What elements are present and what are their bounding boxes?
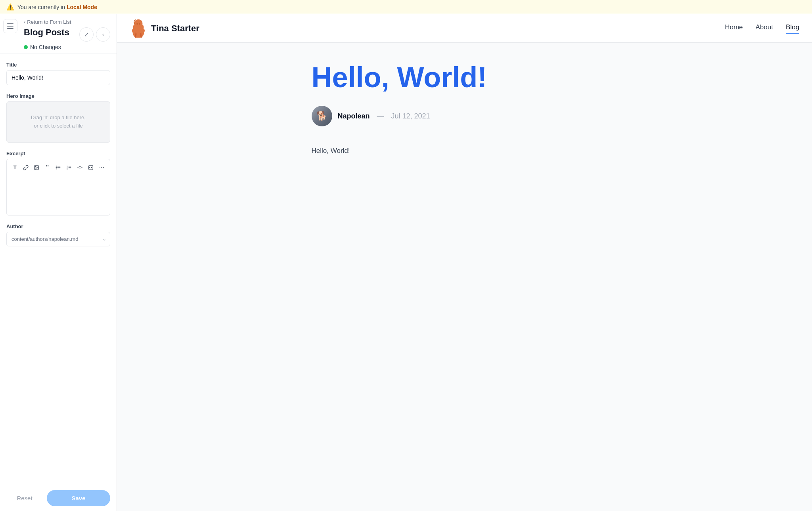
author-avatar: 🐕 [312, 106, 332, 126]
title-input[interactable] [6, 70, 110, 85]
excerpt-label: Excerpt [6, 151, 110, 156]
author-input-wrapper: ⌄ [6, 232, 110, 246]
preview-navbar: Tina Starter Home About Blog [117, 14, 812, 43]
form-content: Title Hero Image Drag 'n' drop a file he… [0, 54, 117, 485]
unordered-list-btn[interactable] [53, 162, 63, 174]
hero-image-field-group: Hero Image Drag 'n' drop a file here, or… [6, 93, 110, 143]
page-title: Blog Posts [24, 27, 69, 38]
status-row: No Changes [24, 44, 110, 50]
svg-point-7 [56, 169, 56, 169]
hamburger-button[interactable] [3, 19, 17, 33]
hamburger-line-1 [7, 23, 13, 24]
excerpt-editor[interactable] [6, 176, 110, 215]
header-icons: ⤢ ‹ [79, 27, 110, 42]
post-body: Hello, World! [312, 145, 618, 157]
author-field-group: Author ⌄ [6, 223, 110, 246]
title-field-group: Title [6, 62, 110, 85]
post-title: Hello, World! [312, 62, 618, 93]
svg-point-1 [35, 166, 36, 167]
warning-icon: ⚠️ [6, 3, 14, 11]
author-name: Napolean [338, 112, 370, 120]
site-title: Tina Starter [151, 23, 199, 34]
save-button[interactable]: Save [47, 490, 110, 506]
editor-bottom-bar: Reset Save [0, 485, 117, 511]
llama-logo-icon [130, 18, 147, 39]
nav-link-about[interactable]: About [756, 23, 773, 34]
back-to-form-list-link[interactable]: ‹ Return to Form List [24, 19, 110, 25]
ordered-list-btn[interactable]: 123 [64, 162, 74, 174]
author-label: Author [6, 223, 110, 229]
hero-image-label: Hero Image [6, 93, 110, 99]
collapse-panel-button[interactable]: ‹ [96, 27, 110, 42]
inline-code-btn[interactable]: <> [75, 162, 85, 174]
author-input[interactable] [6, 232, 110, 246]
left-editor-panel: ‹ Return to Form List Blog Posts ⤢ ‹ [0, 14, 117, 511]
svg-text:3: 3 [67, 168, 68, 170]
hamburger-line-2 [7, 26, 13, 27]
chevron-left-icon: ‹ [24, 19, 25, 25]
link-btn[interactable] [21, 162, 31, 174]
file-drop-text: Drag 'n' drop a file here, or click to s… [13, 114, 103, 130]
svg-point-16 [139, 23, 140, 25]
code-block-btn[interactable] [86, 162, 96, 174]
svg-point-15 [136, 23, 138, 25]
author-row: 🐕 Napolean — Jul 12, 2021 [312, 106, 618, 126]
nav-link-home[interactable]: Home [725, 23, 743, 34]
banner-text: You are currently in Local Mode [17, 4, 97, 10]
editor-header: ‹ Return to Form List Blog Posts ⤢ ‹ [0, 14, 117, 54]
expand-button[interactable]: ⤢ [79, 27, 94, 42]
status-indicator [24, 45, 28, 49]
hamburger-line-3 [7, 28, 13, 29]
nav-links: Home About Blog [725, 23, 799, 34]
quote-btn[interactable]: " [42, 162, 52, 174]
reset-button[interactable]: Reset [6, 490, 43, 506]
text-format-btn[interactable]: T [10, 162, 20, 174]
author-dash: — [377, 112, 384, 120]
svg-point-6 [56, 167, 56, 168]
rich-text-toolbar: T " 123 <> [6, 159, 110, 176]
nav-link-blog[interactable]: Blog [786, 23, 799, 34]
excerpt-field-group: Excerpt T " 123 <> [6, 151, 110, 215]
chevron-left-panel-icon: ‹ [102, 31, 104, 38]
post-date: Jul 12, 2021 [391, 112, 430, 120]
author-dropdown-icon: ⌄ [102, 236, 106, 242]
site-logo: Tina Starter [130, 18, 725, 39]
image-btn[interactable] [32, 162, 42, 174]
more-options-btn[interactable]: ⋯ [97, 162, 107, 174]
expand-icon: ⤢ [84, 31, 89, 38]
preview-panel: Tina Starter Home About Blog Hello, Worl… [117, 14, 812, 511]
file-drop-zone[interactable]: Drag 'n' drop a file here, or click to s… [6, 101, 110, 143]
svg-point-5 [56, 166, 56, 166]
local-mode-banner: ⚠️ You are currently in Local Mode [0, 0, 812, 14]
avatar-image: 🐕 [312, 106, 332, 126]
post-preview-content: Hello, World! 🐕 Napolean — Jul 12, 2021 … [286, 43, 643, 176]
status-text: No Changes [30, 44, 61, 50]
title-label: Title [6, 62, 110, 68]
